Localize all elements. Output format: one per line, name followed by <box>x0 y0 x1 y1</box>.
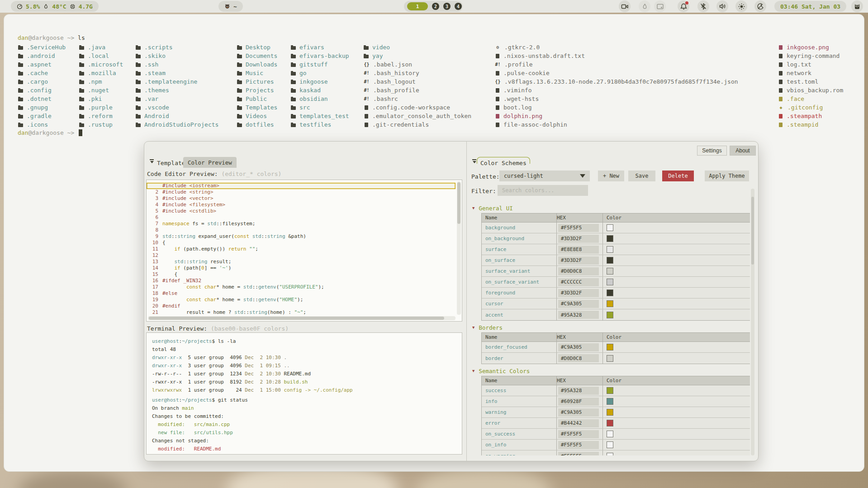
brightness-button[interactable] <box>735 0 747 12</box>
collapse-icon[interactable]: ▼ <box>472 205 474 211</box>
file-entry: .microsoft <box>79 60 123 69</box>
color-swatch[interactable] <box>607 344 613 351</box>
filter-input[interactable] <box>498 185 588 196</box>
hex-value-field[interactable]: #E8E8E8 <box>558 246 599 254</box>
save-button[interactable]: Save <box>628 171 655 181</box>
section-header[interactable]: ▼Borders <box>472 324 750 331</box>
file-icon <box>494 54 500 58</box>
hex-value-field[interactable]: #3D3D2F <box>558 256 599 265</box>
scrollbar-thumb[interactable] <box>457 182 460 224</box>
hex-value-field[interactable]: #F5F5F5 <box>558 441 599 449</box>
file-name: .purple <box>88 104 113 111</box>
file-name: .mozilla <box>88 70 116 76</box>
color-swatch[interactable] <box>607 257 613 264</box>
hex-value-field[interactable]: #B44242 <box>558 419 599 427</box>
workspace-2[interactable]: 2 <box>432 3 439 10</box>
scrollbar-thumb[interactable] <box>751 197 754 265</box>
palette-dropdown[interactable]: cursed-light <box>499 171 590 181</box>
workspace-1[interactable]: 1 <box>407 2 428 10</box>
file-name: .dotnet <box>27 95 52 102</box>
color-swatch[interactable] <box>607 409 613 416</box>
terminal-preview-line: drwxr-xr-x 3 user group 4096 Dec 1 09:15… <box>152 362 462 370</box>
color-swatch[interactable] <box>607 224 613 231</box>
file-icon <box>778 71 783 76</box>
disabled-lockscreen-button[interactable] <box>654 0 666 12</box>
tab-color-preview[interactable]: Color Preview <box>183 157 237 168</box>
color-swatch[interactable] <box>607 355 613 362</box>
color-swatch[interactable] <box>607 235 613 242</box>
file-icon <box>363 123 369 127</box>
workspace-4[interactable]: 4 <box>455 3 462 10</box>
hex-value-field[interactable]: #C9A305 <box>558 343 599 351</box>
color-swatch[interactable] <box>607 289 613 296</box>
folder-icon <box>237 62 242 67</box>
hex-value-field[interactable]: #D0D0C8 <box>558 354 599 362</box>
hex-value-field[interactable]: #F5F5F5 <box>558 452 599 455</box>
hex-value-field[interactable]: #C9A305 <box>558 408 599 417</box>
hex-value-field[interactable]: #F5F5F5 <box>558 224 599 232</box>
code-vertical-scrollbar[interactable] <box>457 181 461 315</box>
hex-value-field[interactable]: #95A328 <box>558 387 599 395</box>
folder-icon <box>135 114 141 118</box>
file-name: .wget-hsts <box>503 95 539 102</box>
system-stats-pill[interactable]: 5.8% 48°C 4.7G <box>11 1 99 12</box>
disabled-flame-button[interactable] <box>639 0 650 12</box>
hex-value-field[interactable]: #D0D0C8 <box>558 267 599 275</box>
night-light-button[interactable] <box>754 0 766 12</box>
delete-button[interactable]: Delete <box>662 171 694 181</box>
terminal-preview-line: new file: src/utils.hpp <box>152 429 462 437</box>
collapse-icon[interactable] <box>150 159 154 163</box>
collapse-icon[interactable]: ▼ <box>472 324 474 331</box>
file-name: .nuget <box>88 87 109 94</box>
color-swatch[interactable] <box>607 431 613 437</box>
color-swatch[interactable] <box>607 300 613 307</box>
hex-value-field[interactable]: #60928F <box>558 398 599 406</box>
code-horizontal-scrollbar[interactable] <box>148 316 455 320</box>
color-swatch[interactable] <box>607 441 613 448</box>
prompt-user: dan <box>18 129 28 136</box>
code-line: 6 <box>147 214 455 221</box>
file-name: .java <box>88 44 105 51</box>
sections-scrollbar[interactable] <box>751 189 754 455</box>
collapse-icon[interactable]: ▼ <box>472 368 474 374</box>
color-row: on_info#F5F5F5 <box>482 440 750 450</box>
owl-tray-button[interactable] <box>851 0 863 12</box>
hex-value-field[interactable]: #3D3D2F <box>558 235 599 243</box>
file-icon <box>778 114 783 118</box>
new-palette-button[interactable]: + New <box>598 171 624 181</box>
volume-button[interactable] <box>716 0 728 12</box>
screen-lock-icon <box>656 3 664 10</box>
color-swatch[interactable] <box>607 398 613 405</box>
hex-value-field[interactable]: #CCCCCC <box>558 278 599 286</box>
cpu-temp: 48°C <box>52 3 66 10</box>
file-name: .rustup <box>88 121 113 128</box>
line-number: 2 <box>147 189 162 195</box>
clock[interactable]: 03:46 Sat, Jan 03 <box>774 1 846 12</box>
hex-value-field[interactable]: #C9A305 <box>558 300 599 308</box>
color-swatch[interactable] <box>607 268 613 275</box>
terminal-app-pill[interactable]: ~ <box>218 1 243 12</box>
file-entry: #!.bashrc <box>363 95 471 103</box>
terminal-preview-line: modified: src/main.cpp <box>152 421 462 429</box>
section-header[interactable]: ▼Semantic Colors <box>472 368 750 374</box>
scrollbar-thumb[interactable] <box>149 317 444 320</box>
workspace-3[interactable]: 3 <box>443 3 451 10</box>
color-swatch[interactable] <box>607 453 613 456</box>
color-swatch[interactable] <box>607 312 613 318</box>
color-swatch[interactable] <box>607 387 613 394</box>
color-swatch[interactable] <box>607 279 613 285</box>
color-name: on_surface_variant <box>482 277 557 287</box>
hex-value-field[interactable]: #95A328 <box>558 311 599 319</box>
collapse-icon[interactable] <box>472 159 476 163</box>
color-swatch[interactable] <box>607 420 613 426</box>
bluetooth-button[interactable] <box>697 0 709 12</box>
screen-record-button[interactable] <box>619 0 631 12</box>
hex-value-field[interactable]: #3D3D2F <box>558 289 599 297</box>
hex-value-field[interactable]: #F5F5F5 <box>558 430 599 438</box>
file-name: kaskad <box>299 87 321 94</box>
section-header[interactable]: ▼General UI <box>472 205 750 211</box>
color-swatch[interactable] <box>607 246 613 253</box>
apply-theme-button[interactable]: Apply Theme <box>705 171 749 181</box>
shell-prompt-active[interactable]: dan@darkgoose ~> <box>18 129 82 136</box>
notifications-button[interactable] <box>678 0 689 12</box>
